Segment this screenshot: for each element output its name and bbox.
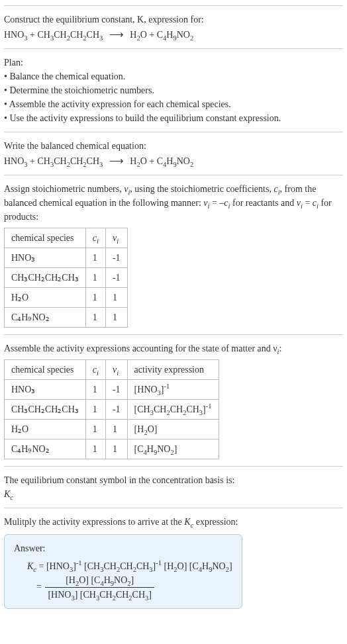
table-row: C₄H₉NO₂11 [5, 308, 128, 328]
plan-item: Determine the stoichiometric numbers. [4, 83, 343, 97]
col-nui: νi [105, 228, 127, 248]
question-equation: HNO3 + CH3CH2CH2CH3 ⟶ H2O + C4H9NO2 [4, 26, 343, 42]
fraction: [H2O] [C4H9NO2] [HNO3] [CH3CH2CH2CH3] [45, 573, 154, 602]
table-header-row: chemical species ci νi [5, 228, 128, 248]
table-row: HNO₃1-1 [5, 248, 128, 268]
kc-expression-line2: = [H2O] [C4H9NO2] [HNO3] [CH3CH2CH2CH3] [36, 573, 232, 602]
col-species: chemical species [5, 228, 86, 248]
table-header-row: chemical species ci νi activity expressi… [5, 360, 219, 380]
plan-item: Use the activity expressions to build th… [4, 111, 343, 125]
fraction-denominator: [HNO3] [CH3CH2CH2CH3] [45, 588, 154, 602]
multiply-text: Mulitply the activity expressions to arr… [4, 515, 343, 529]
activity-expr: [CH3CH2CH2CH3]-1 [127, 400, 219, 420]
activity-expr: [HNO3]-1 [127, 380, 219, 400]
stoich-table: chemical species ci νi HNO₃1-1 CH₃CH₂CH₂… [4, 228, 128, 328]
col-ci: ci [85, 228, 105, 248]
kc-symbol-section: The equilibrium constant symbol in the c… [4, 466, 343, 508]
col-ci: ci [85, 360, 105, 380]
table-row: CH₃CH₂CH₂CH₃1-1 [5, 268, 128, 288]
answer-box: Answer: Kc = [HNO3]-1 [CH3CH2CH2CH3]-1 [… [4, 534, 242, 609]
plan-item: Assemble the activity expression for eac… [4, 97, 343, 111]
activity-section: Assemble the activity expressions accoun… [4, 334, 343, 466]
table-row: CH₃CH₂CH₂CH₃1-1 [CH3CH2CH2CH3]-1 [5, 400, 219, 420]
plan-title: Plan: [4, 56, 343, 69]
col-activity: activity expression [127, 360, 219, 380]
kc-symbol: Kc [4, 487, 343, 501]
plan-list: Balance the chemical equation. Determine… [4, 69, 343, 125]
question-text: Construct the equilibrium constant, K, e… [4, 15, 204, 24]
kc-expression-line1: Kc = [HNO3]-1 [CH3CH2CH2CH3]-1 [H2O] [C4… [27, 559, 232, 573]
activity-table: chemical species ci νi activity expressi… [4, 359, 219, 459]
multiply-section: Mulitply the activity expressions to arr… [4, 508, 343, 616]
kc-symbol-text: The equilibrium constant symbol in the c… [4, 473, 343, 487]
balanced-equation: HNO3 + CH3CH2CH2CH3 ⟶ H2O + C4H9NO2 [4, 153, 343, 168]
table-row: HNO₃1-1 [HNO3]-1 [5, 380, 219, 400]
plan-section: Plan: Balance the chemical equation. Det… [4, 48, 343, 132]
col-nui: νi [105, 360, 127, 380]
balanced-title: Write the balanced chemical equation: [4, 139, 343, 153]
activity-expr: [H2O] [127, 420, 219, 439]
question-section: Construct the equilibrium constant, K, e… [4, 5, 343, 48]
assign-text: Assign stoichiometric numbers, νi, using… [4, 182, 343, 224]
activity-expr: [C4H9NO2] [127, 439, 219, 459]
table-row: H₂O11 [5, 288, 128, 308]
activity-text: Assemble the activity expressions accoun… [4, 342, 343, 355]
fraction-numerator: [H2O] [C4H9NO2] [45, 573, 154, 588]
assign-section: Assign stoichiometric numbers, νi, using… [4, 175, 343, 334]
answer-label: Answer: [14, 541, 232, 555]
balanced-section: Write the balanced chemical equation: HN… [4, 132, 343, 175]
col-species: chemical species [5, 360, 86, 380]
reaction-arrow-icon: ⟶ [109, 26, 124, 42]
reaction-arrow-icon: ⟶ [109, 153, 124, 168]
table-row: H₂O11 [H2O] [5, 420, 219, 439]
question-line1: Construct the equilibrium constant, K, e… [4, 13, 343, 26]
table-row: C₄H₉NO₂11 [C4H9NO2] [5, 439, 219, 459]
plan-item: Balance the chemical equation. [4, 69, 343, 83]
